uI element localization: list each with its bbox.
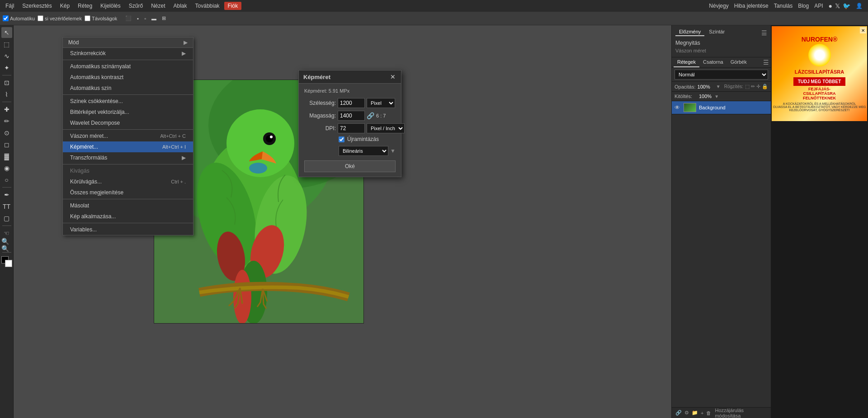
status-bar: 🔗 ⚙ 📁 + 🗑 Hozzájárulás módosítása — [672, 407, 771, 418]
background-color[interactable] — [5, 260, 12, 267]
reddit-icon[interactable]: ● — [829, 2, 832, 9]
tab-layers[interactable]: Rétegek — [674, 57, 699, 67]
link-ratio-icon[interactable]: 🔗 — [367, 112, 374, 119]
tab-color[interactable]: Színtár — [705, 28, 728, 36]
ok-button[interactable]: Oké — [304, 160, 396, 172]
menu-blog[interactable]: Blog — [798, 3, 809, 9]
eraser-tool[interactable] — [1, 139, 12, 150]
ad-close-1[interactable]: ✕ — [860, 27, 866, 33]
dropper-tool[interactable] — [1, 89, 12, 100]
lock-transparent-icon[interactable]: ⬚ — [745, 84, 750, 89]
menu-more[interactable]: Továbbiak — [192, 2, 223, 10]
method-select[interactable]: Bilineáris Kétköbös Nincs — [339, 146, 388, 156]
twitter-icon[interactable]: 𝕏 — [835, 2, 840, 9]
dpi-unit-select[interactable]: Pixel / Inch Pixel / cm — [367, 123, 405, 133]
dropdown-auto-shade[interactable]: Automatikus színárnyalat — [63, 61, 193, 72]
link-icon[interactable]: 🔗 — [675, 410, 682, 416]
modal-close-button[interactable]: ✕ — [389, 73, 396, 80]
dropdown-variables[interactable]: Variables... — [63, 224, 193, 235]
dropdown-color-corrections[interactable]: Színkorrekciók ▶ — [63, 48, 193, 59]
dropdown-wavelet[interactable]: Wavelet Decompose — [63, 117, 193, 128]
wand-tool[interactable] — [1, 62, 12, 73]
menu-learn[interactable]: Tanulás — [774, 3, 793, 9]
clone-tool[interactable] — [1, 127, 12, 138]
zoom-tool[interactable]: 🔍 — [1, 240, 12, 250]
crop-tool[interactable] — [1, 77, 12, 88]
distribute-icon[interactable]: ⊞ — [160, 14, 168, 22]
dropdown-auto-color[interactable]: Automatikus szín — [63, 83, 193, 94]
height-input[interactable] — [338, 111, 365, 121]
tab-channels[interactable]: Csatorna — [699, 57, 727, 67]
distances-checkbox[interactable]: Távolságok — [85, 15, 117, 21]
delete-layer-icon[interactable]: 🗑 — [706, 410, 711, 416]
dropdown-apply-image[interactable]: Kép alkalmazása... — [63, 211, 193, 222]
lock-paint-icon[interactable]: ✏ — [751, 84, 755, 89]
controls-checkbox[interactable]: si vezérlőelemek — [38, 15, 82, 21]
dropdown-auto-contrast[interactable]: Automatikus kontraszt — [63, 72, 193, 83]
lock-all-icon[interactable]: 🔒 — [762, 84, 768, 89]
dropdown-reduce-colors[interactable]: Színek csökkentése... — [63, 96, 193, 107]
settings-icon[interactable]: ⚙ — [684, 410, 689, 416]
auto-checkbox[interactable]: Automatiku — [3, 15, 35, 21]
dropdown-trim[interactable]: Körülvágás... Ctrl + . — [63, 176, 193, 187]
menu-select[interactable]: Kijelölés — [97, 2, 124, 10]
select-tool[interactable] — [1, 39, 12, 50]
menu-report[interactable]: Hiba jelentése — [734, 3, 769, 9]
layer-eye-icon[interactable]: 👁 — [675, 104, 681, 111]
user-icon[interactable]: 👤 — [856, 3, 863, 9]
blur-tool[interactable] — [1, 163, 12, 174]
move-tool[interactable] — [1, 27, 12, 38]
align-center-icon[interactable]: ▪ — [135, 14, 141, 22]
tab-curves[interactable]: Görbék — [727, 57, 750, 67]
menu-file[interactable]: Fájl — [2, 2, 18, 10]
dropdown-image-size[interactable]: Képméret... Alt+Ctrl + I — [63, 141, 193, 152]
menu-window[interactable]: Ablak — [170, 2, 191, 10]
panel-menu-icon[interactable]: ☰ — [761, 29, 767, 37]
gradient-tool[interactable] — [1, 151, 12, 162]
menu-about[interactable]: Névjegy — [709, 3, 728, 9]
align-right-icon[interactable]: ▫ — [142, 14, 148, 22]
dodge-tool[interactable] — [1, 174, 12, 185]
pen-tool[interactable] — [1, 189, 12, 200]
dpi-input[interactable] — [338, 123, 365, 133]
opacity-dropdown-icon[interactable]: ▼ — [716, 84, 721, 89]
ad-cta-button[interactable]: TUDJ MEG TÖBBET — [793, 77, 846, 86]
lasso-tool[interactable] — [1, 51, 12, 61]
dropdown-duplicate[interactable]: Másolat — [63, 200, 193, 211]
tab-history[interactable]: Előzmény — [675, 28, 704, 36]
brush-tool[interactable] — [1, 116, 12, 127]
width-input[interactable] — [338, 98, 365, 108]
hand-tool[interactable] — [1, 228, 12, 239]
resample-checkbox[interactable] — [339, 136, 344, 142]
align-top-icon[interactable]: ▬ — [150, 14, 158, 22]
shape-tool[interactable] — [1, 213, 12, 224]
align-left-icon[interactable]: ⬛ — [123, 14, 133, 22]
dropdown-canvas-size[interactable]: Vászon méret... Alt+Ctrl + C — [63, 131, 193, 141]
color-swatches[interactable] — [1, 256, 12, 267]
layers-menu-icon[interactable]: ☰ — [763, 59, 769, 66]
heal-tool[interactable] — [1, 104, 12, 115]
folder-icon[interactable]: 📁 — [692, 410, 698, 416]
menu-image[interactable]: Kép — [57, 2, 73, 10]
layer-item-background[interactable]: 👁 Background — [672, 101, 771, 114]
menu-account[interactable]: Fiók — [224, 2, 242, 10]
menu-filter[interactable]: Szűrő — [125, 2, 146, 10]
facebook-icon[interactable]: 🐦 — [843, 2, 850, 9]
menu-edit[interactable]: Szerkesztés — [19, 2, 55, 10]
controls-checkbox-input[interactable] — [38, 15, 43, 21]
menu-api[interactable]: API — [814, 3, 823, 9]
vason-meret-label: Vászon méret — [675, 47, 767, 54]
width-unit-select[interactable]: Pixel Inches cm — [367, 98, 395, 108]
menu-view[interactable]: Nézet — [147, 2, 169, 10]
auto-checkbox-input[interactable] — [3, 15, 9, 21]
text-tool[interactable]: T — [1, 201, 12, 212]
dropdown-show-all[interactable]: Összes megjelenítése — [63, 187, 193, 198]
lock-position-icon[interactable]: ✛ — [756, 84, 760, 89]
distances-checkbox-input[interactable] — [85, 15, 90, 21]
dropdown-transform[interactable]: Transzformálás ▶ — [63, 152, 193, 163]
blend-mode-select[interactable]: Normál — [675, 70, 768, 80]
add-layer-icon[interactable]: + — [701, 410, 703, 416]
dropdown-vectorize[interactable]: Bittérképet vektorizálja... — [63, 107, 193, 117]
menu-layer[interactable]: Réteg — [74, 2, 96, 10]
fill-dropdown-icon[interactable]: ▼ — [714, 94, 719, 99]
